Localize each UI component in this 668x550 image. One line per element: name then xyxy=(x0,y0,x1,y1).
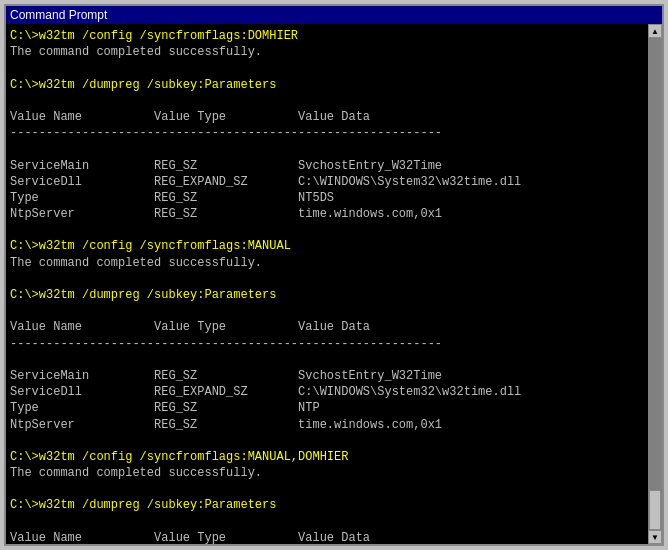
terminal-line: Value Name Value Type Value Data xyxy=(10,320,370,334)
terminal-line: C:\>w32tm /config /syncfromflags:MANUAL xyxy=(10,239,291,253)
terminal-line: C:\>w32tm /dumpreg /subkey:Parameters xyxy=(10,78,276,92)
terminal-line: Value Name Value Type Value Data xyxy=(10,110,370,124)
terminal-line: ServiceMain REG_SZ SvchostEntry_W32Time xyxy=(10,159,442,173)
scrollbar[interactable]: ▲ ▼ xyxy=(648,24,662,544)
terminal-line: C:\>w32tm /config /syncfromflags:DOMHIER xyxy=(10,29,298,43)
scroll-up-button[interactable]: ▲ xyxy=(648,24,662,38)
terminal-output[interactable]: C:\>w32tm /config /syncfromflags:DOMHIER… xyxy=(6,24,662,544)
scrollbar-track[interactable] xyxy=(648,38,662,530)
terminal-line: The command completed successfully. xyxy=(10,256,262,270)
terminal-line: NtpServer REG_SZ time.windows.com,0x1 xyxy=(10,207,442,221)
terminal-line: ----------------------------------------… xyxy=(10,337,442,351)
terminal-line: Value Name Value Type Value Data xyxy=(10,531,370,544)
terminal-line: Type REG_SZ NTP xyxy=(10,401,320,415)
title-bar-text: Command Prompt xyxy=(10,8,107,22)
terminal-line: Type REG_SZ NT5DS xyxy=(10,191,334,205)
scroll-down-button[interactable]: ▼ xyxy=(648,530,662,544)
terminal-line: ServiceDll REG_EXPAND_SZ C:\WINDOWS\Syst… xyxy=(10,385,521,399)
terminal-line: C:\>w32tm /config /syncfromflags:MANUAL,… xyxy=(10,450,348,464)
terminal-line: ServiceDll REG_EXPAND_SZ C:\WINDOWS\Syst… xyxy=(10,175,521,189)
terminal-line: C:\>w32tm /dumpreg /subkey:Parameters xyxy=(10,288,276,302)
terminal-line: ----------------------------------------… xyxy=(10,126,442,140)
terminal-line: C:\>w32tm /dumpreg /subkey:Parameters xyxy=(10,498,276,512)
title-bar: Command Prompt xyxy=(6,6,662,24)
command-prompt-window: Command Prompt C:\>w32tm /config /syncfr… xyxy=(4,4,664,546)
terminal-line: The command completed successfully. xyxy=(10,45,262,59)
terminal-line: The command completed successfully. xyxy=(10,466,262,480)
terminal-line: ServiceMain REG_SZ SvchostEntry_W32Time xyxy=(10,369,442,383)
scrollbar-thumb[interactable] xyxy=(649,490,661,530)
terminal-line: NtpServer REG_SZ time.windows.com,0x1 xyxy=(10,418,442,432)
